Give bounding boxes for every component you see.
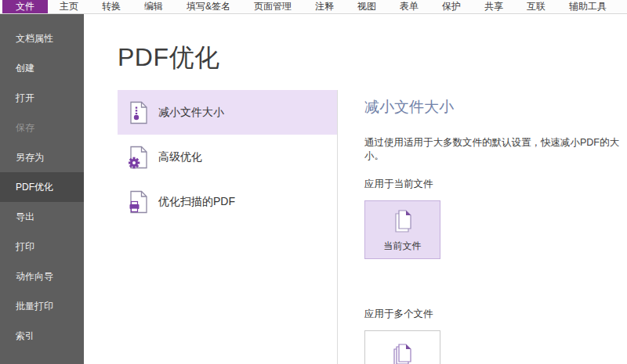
sidebar-item-open[interactable]: 打开: [0, 83, 84, 113]
menu-tab-home[interactable]: 主页: [48, 0, 90, 13]
page-title: PDF优化: [118, 41, 627, 75]
menu-tab-protect[interactable]: 保护: [430, 0, 473, 13]
menu-tab-comment[interactable]: 注释: [303, 0, 346, 13]
option-label: 优化扫描的PDF: [158, 195, 235, 209]
option-label: 高级优化: [158, 150, 202, 164]
menu-tab-fill-sign[interactable]: 填写&签名: [175, 0, 242, 13]
option-reduce-file-size[interactable]: 减小文件大小: [118, 90, 337, 135]
sidebar-item-doc-properties[interactable]: 文档属性: [0, 23, 84, 53]
current-file-button-label: 当前文件: [384, 240, 422, 253]
menu-bar: 文件 主页 转换 编辑 填写&签名 页面管理 注释 视图 表单 保护 共享 互联…: [0, 0, 627, 14]
menu-tab-accessibility[interactable]: 辅助工具: [557, 0, 618, 13]
current-file-section-label: 应用于当前文件: [364, 178, 627, 191]
sidebar-item-save-as[interactable]: 另存为: [0, 142, 84, 172]
pdf-optimize-content: 减小文件大小: [118, 90, 627, 364]
multiple-files-section-label: 应用于多个文件: [364, 308, 627, 321]
reduce-file-size-icon: [129, 101, 149, 124]
detail-description: 通过使用适用于大多数文件的默认设置，快速减小PDF的大小。: [364, 136, 627, 163]
pdf-app-backstage: 文件 主页 转换 编辑 填写&签名 页面管理 注释 视图 表单 保护 共享 互联…: [0, 0, 627, 364]
sidebar-item-print[interactable]: 打印: [0, 232, 84, 261]
sidebar-item-export[interactable]: 导出: [0, 202, 84, 232]
menu-tab-convert[interactable]: 转换: [90, 0, 132, 13]
sidebar-item-index[interactable]: 索引: [0, 321, 84, 351]
multiple-files-icon: [389, 341, 417, 364]
sidebar-item-create[interactable]: 创建: [0, 53, 84, 83]
menu-tab-connect[interactable]: 互联: [515, 0, 557, 13]
current-file-button[interactable]: 当前文件: [364, 200, 440, 259]
optimize-scanned-pdf-icon: [129, 190, 149, 214]
current-file-icon: [389, 207, 417, 236]
file-menu-sidebar: 文档属性 创建 打开 保存 另存为 PDF优化 导出 打印 动作向导 批量打印 …: [0, 14, 84, 364]
sidebar-item-batch-print[interactable]: 批量打印: [0, 291, 84, 321]
menu-tab-share[interactable]: 共享: [473, 0, 515, 13]
menu-tab-edit[interactable]: 编辑: [132, 0, 175, 13]
menu-tab-view[interactable]: 视图: [346, 0, 388, 13]
advanced-optimization-icon: [129, 146, 149, 169]
menu-tab-form[interactable]: 表单: [388, 0, 430, 13]
option-label: 减小文件大小: [158, 106, 224, 120]
menu-tab-organize[interactable]: 页面管理: [242, 0, 303, 13]
multiple-files-button[interactable]: 多个文件: [364, 330, 440, 364]
pdf-optimize-page: PDF优化 减小文件大小: [84, 14, 627, 364]
sidebar-item-action-wizard[interactable]: 动作向导: [0, 261, 84, 291]
option-advanced-optimization[interactable]: 高级优化: [118, 135, 337, 179]
optimize-option-list: 减小文件大小: [118, 90, 338, 364]
detail-heading: 减小文件大小: [364, 97, 627, 117]
menu-tab-file[interactable]: 文件: [2, 0, 48, 13]
option-optimize-scanned-pdf[interactable]: 优化扫描的PDF: [118, 179, 337, 224]
sidebar-item-save: 保存: [0, 113, 84, 142]
sidebar-item-pdf-optimize[interactable]: PDF优化: [0, 172, 84, 202]
reduce-file-size-panel: 减小文件大小 通过使用适用于大多数文件的默认设置，快速减小PDF的大小。 应用于…: [338, 90, 627, 364]
